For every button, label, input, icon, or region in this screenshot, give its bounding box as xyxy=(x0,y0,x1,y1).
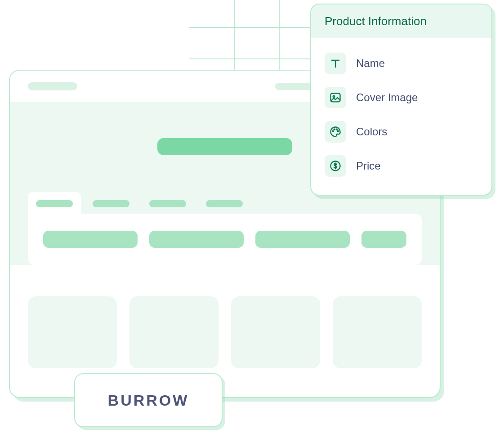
mockup-card xyxy=(333,296,422,368)
field-row-colors[interactable]: Colors xyxy=(323,115,480,149)
image-icon xyxy=(325,87,346,108)
mockup-tab xyxy=(198,192,251,214)
mockup-logo-placeholder xyxy=(28,82,77,90)
panel-body: Name Cover Image Colors Price xyxy=(311,38,491,195)
field-label: Name xyxy=(356,57,385,70)
mockup-tab-active xyxy=(28,192,81,214)
mockup-tab-content xyxy=(28,214,422,265)
mockup-cards-row xyxy=(10,286,440,368)
mockup-chip xyxy=(255,231,350,248)
mockup-hero-heading-placeholder xyxy=(157,138,292,155)
svg-point-4 xyxy=(336,129,337,130)
product-info-panel: Product Information Name Cover Image Col… xyxy=(310,4,492,196)
field-row-cover-image[interactable]: Cover Image xyxy=(323,80,480,115)
svg-point-3 xyxy=(334,129,335,130)
mockup-card xyxy=(231,296,320,368)
palette-icon xyxy=(325,121,346,143)
svg-point-1 xyxy=(333,96,335,98)
mockup-card xyxy=(28,296,117,368)
mockup-nav-item xyxy=(275,83,316,90)
mockup-chip xyxy=(43,231,138,248)
mockup-card xyxy=(129,296,219,368)
brand-badge: BURROW xyxy=(74,373,223,427)
field-row-name[interactable]: Name xyxy=(323,46,480,80)
mockup-chip xyxy=(149,231,244,248)
text-icon xyxy=(325,53,346,74)
field-label: Price xyxy=(356,160,381,172)
mockup-tab xyxy=(85,192,138,214)
brand-name: BURROW xyxy=(108,392,189,409)
field-row-price[interactable]: Price xyxy=(323,149,480,183)
panel-title: Product Information xyxy=(311,4,491,38)
mockup-chip xyxy=(361,231,406,248)
field-label: Cover Image xyxy=(356,91,418,104)
mockup-tab xyxy=(141,192,194,214)
dollar-icon xyxy=(325,155,346,177)
svg-point-2 xyxy=(333,131,334,132)
field-label: Colors xyxy=(356,125,387,138)
svg-point-5 xyxy=(338,131,339,132)
mockup-tabs-section xyxy=(10,192,440,265)
